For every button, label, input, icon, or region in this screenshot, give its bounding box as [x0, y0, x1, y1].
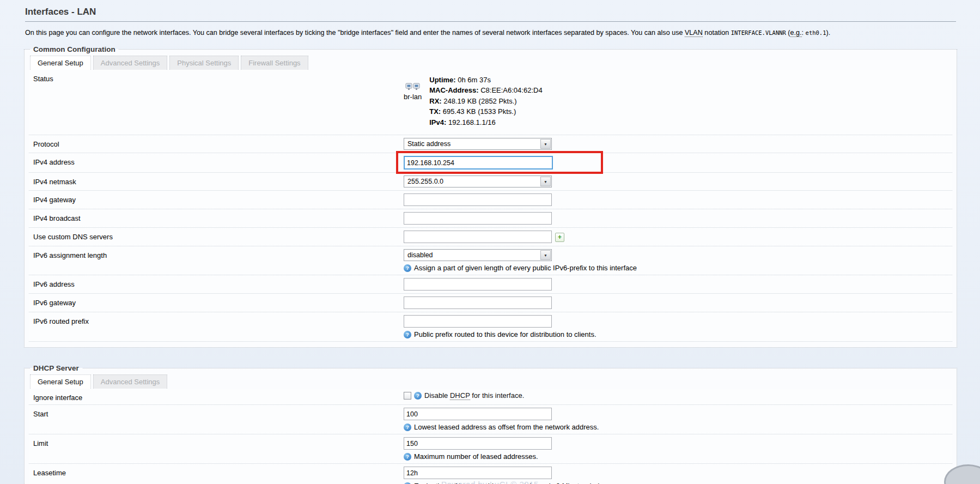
- protocol-select[interactable]: Static address ▼: [404, 138, 552, 150]
- help-icon: ?: [404, 424, 411, 431]
- common-configuration-body: Status: [29, 70, 952, 342]
- dhcp-limit-row: Limit ? Maximum number of leased address…: [29, 434, 952, 464]
- interface-vlannr-code: INTERFACE.VLANNR: [731, 29, 786, 36]
- ipv6-assignment-select[interactable]: disabled ▼: [404, 249, 552, 261]
- status-details: Uptime: 0h 6m 37s MAC-Address: C8:EE:A6:…: [429, 75, 542, 128]
- interface-status: br-lan Uptime: 0h 6m 37s MAC-Address: C8…: [404, 72, 948, 132]
- dhcp-body: Ignore interface ? Disable DHCP for this…: [29, 389, 952, 484]
- dhcp-tab-general-setup[interactable]: General Setup: [30, 374, 91, 389]
- tab-physical-settings[interactable]: Physical Settings: [169, 56, 239, 70]
- chevron-down-icon[interactable]: ▼: [540, 139, 551, 149]
- dhcp-limit-help: ? Maximum number of leased addresses.: [404, 452, 948, 461]
- ipv4-gateway-label: IPv4 gateway: [33, 193, 404, 204]
- ignore-interface-checkbox[interactable]: [404, 392, 411, 400]
- description-text: notation: [703, 29, 731, 37]
- dhcp-leasetime-label: Leasetime: [33, 467, 404, 477]
- ipv4-gateway-input[interactable]: [404, 193, 552, 206]
- dhcp-abbr: DHCP: [450, 391, 470, 400]
- ipv6-prefix-label: IPv6 routed prefix: [33, 315, 404, 325]
- protocol-label: Protocol: [33, 138, 404, 148]
- bridge-interface-icon: [405, 81, 421, 91]
- ipv6-address-label: IPv6 address: [33, 278, 404, 288]
- dhcp-limit-label: Limit: [33, 437, 404, 447]
- help-icon: ?: [414, 392, 422, 400]
- page-description: On this page you can configure the netwo…: [25, 28, 954, 38]
- ipv6-gateway-input[interactable]: [404, 297, 552, 309]
- ignore-interface-label: Ignore interface: [33, 391, 404, 402]
- description-text: :: [802, 29, 806, 37]
- interface-name: br-lan: [404, 93, 422, 101]
- common-configuration-legend: Common Configuration: [30, 45, 119, 53]
- ipv4-address-input[interactable]: [404, 156, 553, 170]
- custom-dns-label: Use custom DNS servers: [33, 231, 404, 241]
- dhcp-start-row: Start ? Lowest leased address as offset …: [29, 405, 952, 434]
- dhcp-server-section: DHCP Server General Setup Advanced Setti…: [24, 364, 957, 484]
- eg-abbr: e.g.: [790, 29, 802, 37]
- ipv6-gateway-row: IPv6 gateway: [29, 294, 952, 312]
- dhcp-leasetime-input[interactable]: [404, 467, 552, 479]
- interface-badge: br-lan: [404, 75, 422, 128]
- dhcp-server-legend: DHCP Server: [30, 364, 82, 372]
- chevron-down-icon[interactable]: ▼: [540, 250, 551, 260]
- status-row: Status: [29, 70, 952, 136]
- ipv4-netmask-select[interactable]: 255.255.0.0 ▼: [404, 176, 552, 187]
- dhcp-tab-advanced-settings[interactable]: Advanced Settings: [93, 374, 167, 389]
- description-text: (: [786, 29, 790, 37]
- ipv4-broadcast-input[interactable]: [404, 212, 552, 225]
- ignore-interface-control: ? Disable DHCP for this interface.: [404, 391, 524, 400]
- ipv6-address-row: IPv6 address: [29, 275, 952, 294]
- page-content: Interfaces - LAN On this page you can co…: [0, 0, 980, 484]
- dhcp-start-label: Start: [33, 408, 404, 418]
- luci-interfaces-lan-page: Interfaces - LAN On this page you can co…: [0, 0, 980, 484]
- tx-line: TX: 695.43 KB (1533 Pkts.): [429, 106, 542, 117]
- description-text: On this page you can configure the netwo…: [25, 29, 685, 37]
- ipv4-gateway-row: IPv4 gateway: [29, 191, 952, 209]
- help-icon: ?: [404, 331, 411, 338]
- add-entry-icon[interactable]: +: [555, 233, 564, 242]
- chevron-down-icon[interactable]: ▼: [540, 177, 551, 186]
- footer-text: Powered by LuCI © 2015: [0, 480, 980, 484]
- uptime-line: Uptime: 0h 6m 37s: [429, 75, 542, 86]
- ipv4-broadcast-label: IPv4 broadcast: [33, 212, 404, 222]
- help-icon: ?: [404, 453, 411, 461]
- dhcp-limit-input[interactable]: [404, 437, 552, 450]
- tab-advanced-settings[interactable]: Advanced Settings: [93, 56, 167, 70]
- ipv6-assignment-help: ? Assign a part of given length of every…: [404, 264, 948, 272]
- rx-line: RX: 248.19 KB (2852 Pkts.): [429, 96, 542, 107]
- ipv4-netmask-label: IPv4 netmask: [33, 176, 404, 186]
- tab-general-setup[interactable]: General Setup: [30, 56, 91, 70]
- ipv6-assignment-row: IPv6 assignment length disabled ▼ ? Assi…: [29, 246, 952, 275]
- ipv4-address-label: IPv4 address: [33, 156, 404, 166]
- status-label: Status: [33, 72, 404, 83]
- ignore-interface-help: Disable DHCP for this interface.: [424, 391, 524, 400]
- custom-dns-row: Use custom DNS servers +: [29, 228, 952, 246]
- vlan-abbr: VLAN: [685, 29, 703, 37]
- common-configuration-section: Common Configuration General Setup Advan…: [24, 45, 957, 348]
- common-configuration-tabs: General Setup Advanced Settings Physical…: [30, 56, 952, 70]
- description-text: ).: [826, 29, 831, 37]
- ipv6-prefix-row: IPv6 routed prefix ? Public prefix route…: [29, 312, 952, 342]
- page-title: Interfaces - LAN: [25, 7, 957, 17]
- ignore-interface-row: Ignore interface ? Disable DHCP for this…: [29, 389, 952, 405]
- ipv4-broadcast-row: IPv4 broadcast: [29, 209, 952, 228]
- ipv4-netmask-row: IPv4 netmask 255.255.0.0 ▼: [29, 173, 952, 191]
- ipv6-prefix-help: ? Public prefix routed to this device fo…: [404, 330, 948, 338]
- dhcp-tabs: General Setup Advanced Settings: [30, 374, 952, 389]
- help-icon: ?: [404, 264, 411, 272]
- ipv6-prefix-input[interactable]: [404, 315, 552, 328]
- title-divider: [25, 21, 956, 22]
- tab-firewall-settings[interactable]: Firewall Settings: [241, 56, 308, 70]
- custom-dns-input[interactable]: [404, 231, 552, 243]
- ipv6-gateway-label: IPv6 gateway: [33, 297, 404, 307]
- ipv4-address-row: IPv4 address: [29, 153, 952, 173]
- protocol-row: Protocol Static address ▼: [29, 135, 952, 153]
- ipv6-address-input[interactable]: [404, 278, 552, 291]
- eth-example-code: eth0.1: [806, 29, 826, 36]
- ipv4-line: IPv4: 192.168.1.1/16: [429, 117, 542, 128]
- ipv6-assignment-label: IPv6 assignment length: [33, 249, 404, 259]
- dhcp-start-input[interactable]: [404, 408, 552, 420]
- mac-line: MAC-Address: C8:EE:A6:04:62:D4: [429, 85, 542, 96]
- dhcp-start-help: ? Lowest leased address as offset from t…: [404, 423, 948, 431]
